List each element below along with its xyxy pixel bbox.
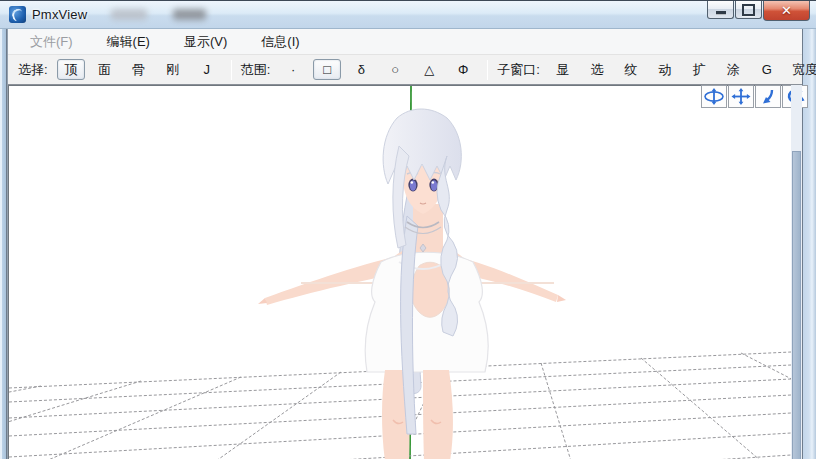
viewport-scrollbar[interactable]: [791, 85, 802, 459]
subwindow-label: 子窗口:: [497, 61, 540, 79]
window-controls: ✕: [706, 1, 810, 21]
subwindow-select-button[interactable]: 选: [583, 59, 611, 80]
subwindow-motion-button[interactable]: 动: [651, 59, 679, 80]
3d-scene: [9, 86, 791, 459]
pmxview-window: PmxView ✕ 文件(F) 编辑(E) 显示(V) 信息(I) 选择: 顶 …: [0, 0, 816, 459]
window-title: PmxView: [32, 7, 87, 22]
select-bone-button[interactable]: 骨: [125, 59, 153, 80]
blurred-region: [111, 9, 147, 20]
menu-info[interactable]: 信息(I): [251, 30, 309, 54]
minimize-icon: [716, 11, 726, 15]
close-icon: ✕: [781, 4, 792, 17]
menu-view[interactable]: 显示(V): [174, 30, 237, 54]
select-joint-button[interactable]: J: [193, 59, 221, 80]
range-triangle-button[interactable]: △: [415, 59, 443, 80]
select-rigid-button[interactable]: 刚: [159, 59, 187, 80]
menu-file[interactable]: 文件(F): [20, 30, 83, 54]
zoom-view-button[interactable]: [755, 85, 781, 108]
scrollbar-thumb[interactable]: [792, 151, 801, 459]
subwindow-display-button[interactable]: 显: [549, 59, 577, 80]
range-phi-button[interactable]: Φ: [449, 59, 477, 80]
subwindow-extend-button[interactable]: 扩: [685, 59, 713, 80]
range-delta-button[interactable]: δ: [347, 59, 375, 80]
title-bar[interactable]: PmxView ✕: [0, 1, 816, 29]
blurred-region: [173, 9, 206, 20]
toolbar: 选择: 顶 面 骨 刚 J 范围: · □ δ ○ △ Φ 子窗口: 显 选 纹…: [8, 55, 802, 85]
range-box-button[interactable]: □: [313, 59, 341, 80]
menu-bar: 文件(F) 编辑(E) 显示(V) 信息(I): [8, 29, 802, 55]
range-point-button[interactable]: ·: [279, 59, 307, 80]
toolbar-separator: [487, 60, 488, 80]
close-button[interactable]: ✕: [763, 1, 810, 21]
select-label: 选择:: [18, 61, 48, 79]
zoom-view-icon: [759, 88, 777, 105]
subwindow-paint-button[interactable]: 涂: [719, 59, 747, 80]
menu-edit[interactable]: 编辑(E): [97, 30, 160, 54]
minimize-button[interactable]: [707, 1, 734, 19]
pan-view-icon: [731, 88, 751, 105]
character-model: [258, 109, 566, 459]
rotate-view-icon: [703, 88, 725, 105]
pan-view-button[interactable]: [728, 85, 754, 108]
select-vertex-button[interactable]: 顶: [57, 59, 85, 80]
toolbar-separator: [231, 60, 232, 80]
range-label: 范围:: [241, 61, 271, 79]
subwindow-texture-button[interactable]: 纹: [617, 59, 645, 80]
3d-viewport[interactable]: [8, 85, 792, 459]
select-face-button[interactable]: 面: [91, 59, 119, 80]
window-frame-left: [0, 28, 8, 459]
maximize-icon: [742, 4, 755, 16]
subwindow-width-button[interactable]: 宽度: [787, 59, 815, 80]
range-circle-button[interactable]: ○: [381, 59, 409, 80]
subwindow-g-button[interactable]: G: [753, 59, 781, 80]
maximize-button[interactable]: [735, 1, 762, 19]
rotate-view-button[interactable]: [701, 85, 727, 108]
app-icon: [9, 6, 26, 23]
